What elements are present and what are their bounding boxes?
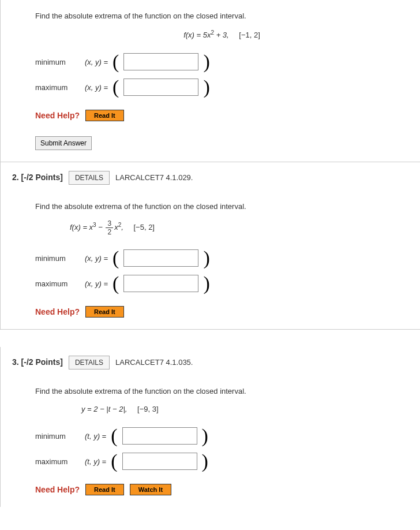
- q1-max-row: maximum (x, y) = ( ): [35, 77, 408, 97]
- q3-prompt: Find the absolute extrema of the functio…: [35, 387, 408, 395]
- q2-number: 2. [-/2 Points]: [12, 173, 63, 182]
- left-paren: (: [112, 77, 119, 97]
- watch-it-button[interactable]: Watch It: [130, 484, 171, 495]
- q3-formula-text: y = 2 − |t − 2|,: [81, 405, 127, 413]
- q1-min-pair-label: (x, y) =: [85, 58, 108, 66]
- q3-formula: y = 2 − |t − 2|, [−9, 3]: [81, 405, 408, 413]
- q2-max-label: maximum: [35, 279, 76, 288]
- q1-prompt: Find the absolute extrema of the functio…: [35, 12, 408, 20]
- q2-suffix: ,: [121, 223, 123, 232]
- read-it-button[interactable]: Read It: [85, 306, 124, 318]
- q3-min-label: minimum: [35, 432, 76, 441]
- q1-max-pair-label: (x, y) =: [85, 83, 108, 92]
- read-it-button[interactable]: Read It: [85, 484, 124, 495]
- q2-interval: [−5, 2]: [133, 223, 155, 232]
- right-paren: ): [203, 52, 209, 72]
- q2-prompt: Find the absolute extrema of the functio…: [35, 202, 408, 211]
- submit-answer-button[interactable]: Submit Answer: [35, 136, 92, 150]
- question-2-header: 2. [-/2 Points] DETAILS LARCALCET7 4.1.0…: [0, 162, 420, 191]
- q1-formula: f(x) = 5x2 + 3, [−1, 2]: [35, 29, 408, 39]
- q3-num-text: 3.: [12, 357, 19, 367]
- q2-max-input[interactable]: [123, 275, 198, 292]
- q3-max-label: maximum: [35, 457, 76, 466]
- q2-formula-prefix: f(x) = x: [70, 223, 93, 232]
- question-2-body: Find the absolute extrema of the functio…: [0, 191, 420, 330]
- read-it-button[interactable]: Read It: [85, 110, 124, 121]
- q3-max-input[interactable]: [122, 453, 197, 470]
- details-button[interactable]: DETAILS: [69, 171, 110, 185]
- details-button[interactable]: DETAILS: [69, 356, 110, 369]
- right-paren: ): [203, 274, 209, 293]
- q2-frac-den: 2: [106, 228, 113, 236]
- need-help-label: Need Help?: [35, 307, 80, 316]
- q3-source: LARCALCET7 4.1.035.: [115, 358, 193, 367]
- q1-formula-suffix: + 3,: [214, 31, 229, 39]
- q2-max-row: maximum (x, y) = ( ): [35, 274, 408, 293]
- q1-min-input[interactable]: [123, 53, 198, 70]
- q2-max-pair-label: (x, y) =: [85, 279, 108, 288]
- q2-frac-num: 3: [106, 220, 113, 228]
- q2-points-text: [-/2 Points]: [21, 173, 63, 182]
- q2-source: LARCALCET7 4.1.029.: [115, 173, 193, 182]
- q2-num-text: 2.: [12, 173, 19, 182]
- q3-number: 3. [-/2 Points]: [12, 357, 63, 367]
- left-paren: (: [112, 248, 119, 268]
- right-paren: ): [202, 426, 208, 446]
- question-3-body: Find the absolute extrema of the functio…: [0, 375, 420, 507]
- right-paren: ): [203, 248, 209, 268]
- q1-min-row: minimum (x, y) = ( ): [35, 52, 408, 72]
- need-help-label: Need Help?: [35, 111, 80, 120]
- q3-min-pair-label: (t, y) =: [85, 432, 106, 441]
- q2-fraction: 32: [106, 220, 113, 236]
- q3-max-row: maximum (t, y) = ( ): [35, 451, 408, 471]
- q2-min-row: minimum (x, y) = ( ): [35, 248, 408, 268]
- left-paren: (: [112, 274, 119, 293]
- q3-max-pair-label: (t, y) =: [85, 457, 106, 466]
- q3-points-text: [-/2 Points]: [21, 357, 63, 367]
- q2-formula: f(x) = x3 − 32x2, [−5, 2]: [70, 220, 408, 236]
- question-1-body: Find the absolute extrema of the functio…: [0, 0, 420, 162]
- q1-formula-prefix: f(x) = 5x: [183, 31, 211, 39]
- q1-min-label: minimum: [35, 58, 76, 66]
- right-paren: ): [202, 451, 208, 471]
- question-3-header: 3. [-/2 Points] DETAILS LARCALCET7 4.1.0…: [0, 347, 420, 375]
- q3-min-row: minimum (t, y) = ( ): [35, 426, 408, 446]
- q3-interval: [−9, 3]: [137, 405, 159, 413]
- q1-need-help-row: Need Help? Read It: [35, 110, 408, 121]
- q2-min-label: minimum: [35, 254, 76, 263]
- q2-mid: −: [96, 223, 105, 232]
- q1-max-input[interactable]: [123, 79, 198, 96]
- need-help-label: Need Help?: [35, 485, 80, 494]
- right-paren: ): [203, 77, 209, 97]
- q3-min-input[interactable]: [122, 427, 197, 445]
- q1-max-label: maximum: [35, 83, 76, 92]
- left-paren: (: [111, 451, 117, 471]
- q2-need-help-row: Need Help? Read It: [35, 306, 408, 318]
- q3-need-help-row: Need Help? Read It Watch It: [35, 484, 408, 495]
- left-paren: (: [112, 52, 119, 72]
- q1-submit-row: Submit Answer: [35, 136, 408, 150]
- q2-min-pair-label: (x, y) =: [85, 254, 108, 263]
- q1-interval: [−1, 2]: [239, 31, 260, 39]
- left-paren: (: [111, 426, 117, 446]
- q2-min-input[interactable]: [123, 249, 198, 267]
